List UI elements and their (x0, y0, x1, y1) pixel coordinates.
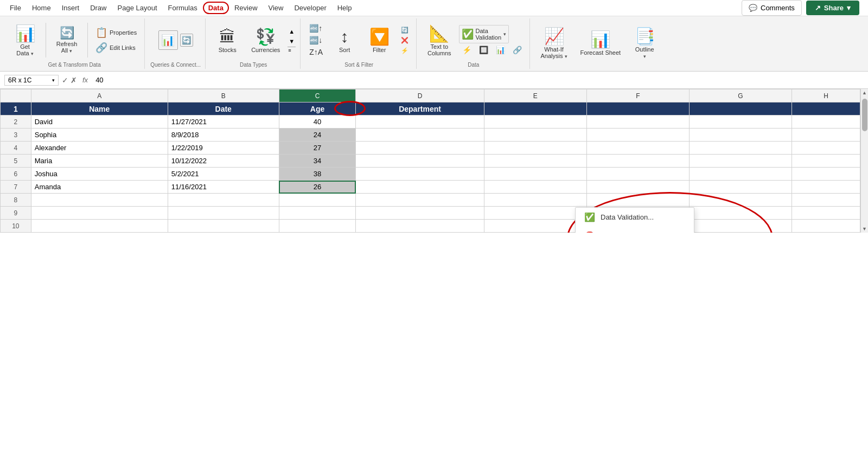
cell-H6[interactable] (792, 168, 860, 181)
forecast-sheet-button[interactable]: 📊 Forecast Sheet (575, 24, 627, 63)
cell-E9[interactable] (484, 207, 586, 220)
cell-H10[interactable] (792, 220, 860, 233)
advanced-filter-button[interactable]: ⚡ (398, 46, 412, 55)
cell-H3[interactable] (792, 129, 860, 142)
cell-B1[interactable]: Date (168, 102, 279, 116)
sort-za-icon2[interactable]: Z↑A (306, 47, 326, 57)
cell-H7[interactable] (792, 181, 860, 194)
cell-F3[interactable] (586, 129, 689, 142)
cell-B9[interactable] (168, 207, 279, 220)
data-type-up[interactable]: ▲ (288, 27, 296, 36)
cell-E8[interactable] (484, 194, 586, 207)
what-if-button[interactable]: 📈 What-IfAnalysis ▾ (535, 24, 573, 63)
cell-ref-dropdown[interactable]: ▾ (52, 78, 55, 83)
cell-A3[interactable]: Sophia (31, 129, 168, 142)
query-icon-2[interactable]: 🔄 (180, 34, 193, 47)
cell-G8[interactable] (689, 194, 792, 207)
get-data-button[interactable]: 📊 GetData ▾ (9, 21, 41, 60)
cell-D8[interactable] (356, 194, 484, 207)
cell-D9[interactable] (356, 207, 484, 220)
cell-D6[interactable] (356, 168, 484, 181)
cell-E6[interactable] (484, 168, 586, 181)
cell-E7[interactable] (484, 181, 586, 194)
cell-G5[interactable] (689, 155, 792, 168)
menu-draw[interactable]: Draw (85, 2, 112, 14)
cell-A6[interactable]: Joshua (31, 168, 168, 181)
formula-check-icon[interactable]: ✓ (62, 76, 68, 85)
properties-button[interactable]: 📋 Properties (92, 25, 140, 40)
cell-H1[interactable] (792, 102, 860, 116)
cell-B2[interactable]: 11/27/2021 (168, 116, 279, 129)
data-type-expand[interactable]: ≡ (288, 47, 296, 54)
cell-ref-box[interactable]: 6R x 1C ▾ (4, 75, 59, 86)
cell-C5[interactable]: 34 (279, 155, 356, 168)
cell-G9[interactable] (689, 207, 792, 220)
sort-a-z-button[interactable]: 🔤↑ (306, 23, 326, 34)
filter-button[interactable]: 🔽 Filter (363, 21, 395, 60)
data-validation-button[interactable]: ✅ DataValidation ▾ (459, 25, 509, 43)
query-icon-1[interactable]: 📊 (158, 30, 178, 50)
menu-review[interactable]: Review (229, 2, 263, 14)
col-header-C[interactable]: C (279, 89, 356, 102)
cell-A7[interactable]: Amanda (31, 181, 168, 194)
clear-filter-button[interactable]: ❌ (398, 36, 412, 45)
cell-C4[interactable]: 27 (279, 142, 356, 155)
cell-F2[interactable] (586, 116, 689, 129)
cell-D1[interactable]: Department (356, 102, 484, 116)
vertical-scrollbar[interactable]: ▲ ▼ (860, 89, 868, 233)
cell-H5[interactable] (792, 155, 860, 168)
cell-D4[interactable] (356, 142, 484, 155)
cell-B3[interactable]: 8/9/2018 (168, 129, 279, 142)
col-header-D[interactable]: D (356, 89, 484, 102)
currencies-button[interactable]: 💱 Currencies (246, 21, 285, 60)
cell-F1[interactable] (586, 102, 689, 116)
text-to-columns-button[interactable]: 📐 Text toColumns (422, 21, 456, 60)
cell-G6[interactable] (689, 168, 792, 181)
flash-fill-button[interactable]: ⚡ (459, 44, 475, 55)
cell-D3[interactable] (356, 129, 484, 142)
outline-button[interactable]: 📑 Outline▾ (628, 24, 661, 63)
stocks-button[interactable]: 🏛 Stocks (211, 21, 244, 60)
col-header-A[interactable]: A (31, 89, 168, 102)
formula-cancel-icon[interactable]: ✗ (71, 76, 77, 85)
cell-G10[interactable] (689, 220, 792, 233)
cell-F4[interactable] (586, 142, 689, 155)
scroll-up-button[interactable]: ▲ (861, 89, 868, 97)
cell-B5[interactable]: 10/12/2022 (168, 155, 279, 168)
cell-A8[interactable] (31, 194, 168, 207)
data-type-down[interactable]: ▼ (288, 37, 296, 46)
menu-formulas[interactable]: Formulas (163, 2, 203, 14)
cell-C2[interactable]: 40 (279, 116, 356, 129)
cell-B6[interactable]: 5/2/2021 (168, 168, 279, 181)
scroll-down-button[interactable]: ▼ (861, 225, 868, 233)
formula-input[interactable] (93, 75, 864, 85)
refresh-all-button[interactable]: 🔄 RefreshAll ▾ (50, 24, 83, 56)
col-header-B[interactable]: B (168, 89, 279, 102)
scroll-thumb[interactable] (862, 99, 867, 131)
col-header-G[interactable]: G (689, 89, 792, 102)
col-header-F[interactable]: F (586, 89, 689, 102)
cell-E3[interactable] (484, 129, 586, 142)
cell-A1[interactable]: Name (31, 102, 168, 116)
cell-B4[interactable]: 1/22/2019 (168, 142, 279, 155)
menu-data[interactable]: Data (203, 2, 229, 14)
cell-A9[interactable] (31, 207, 168, 220)
cell-A10[interactable] (31, 220, 168, 233)
cell-F5[interactable] (586, 155, 689, 168)
share-button[interactable]: ↗ Share ▾ (806, 1, 859, 15)
cell-B8[interactable] (168, 194, 279, 207)
sort-button[interactable]: ↕ Sort (328, 21, 361, 60)
cell-G1[interactable] (689, 102, 792, 116)
cell-E4[interactable] (484, 142, 586, 155)
cell-C10[interactable] (279, 220, 356, 233)
cell-E10[interactable] (484, 220, 586, 233)
cell-G4[interactable] (689, 142, 792, 155)
remove-duplicates-button[interactable]: 🔲 (476, 44, 492, 55)
cell-D10[interactable] (356, 220, 484, 233)
menu-help[interactable]: Help (332, 2, 358, 14)
cell-F6[interactable] (586, 168, 689, 181)
cell-E2[interactable] (484, 116, 586, 129)
menu-file[interactable]: File (4, 2, 27, 14)
cell-C3[interactable]: 24 (279, 129, 356, 142)
cell-C9[interactable] (279, 207, 356, 220)
